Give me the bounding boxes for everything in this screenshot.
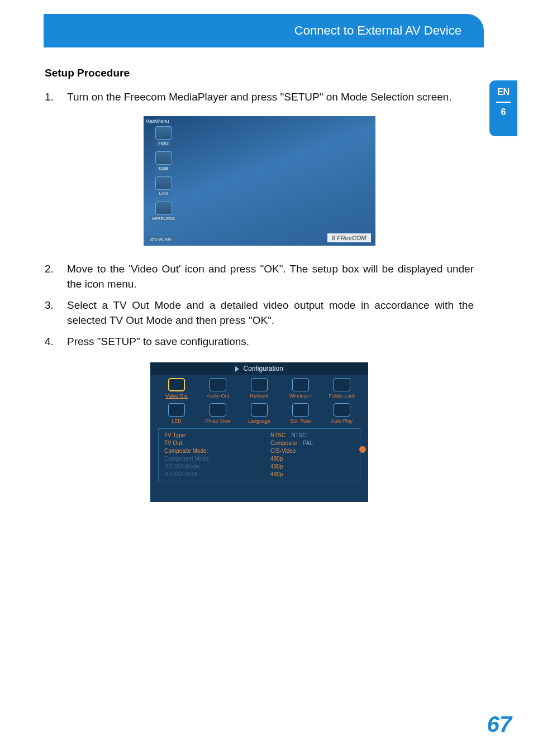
language-label: Language xyxy=(248,418,270,424)
led-icon xyxy=(168,403,185,417)
mainmenu-sidebar: HDD USB LAN WIRELESS xyxy=(147,126,180,227)
setting-composite-mode: Composite Mode: xyxy=(164,448,248,454)
header-title: Connect to External AV Device xyxy=(294,23,461,38)
screenshot-configuration: Configuration Video Out Audio Out Networ… xyxy=(150,362,368,502)
side-tab-chapter: 6 xyxy=(489,107,517,117)
config-cell-folder-lock: Folder Lock xyxy=(323,378,361,399)
video-out-label: Video Out xyxy=(165,393,188,399)
side-tab: EN 6 xyxy=(489,80,517,136)
side-tab-lang: EN xyxy=(489,87,517,97)
page-number: 67 xyxy=(487,712,512,737)
audio-out-label: Audio Out xyxy=(207,393,229,399)
config-cell-language: Language xyxy=(240,403,278,424)
language-icon xyxy=(251,403,268,417)
setting-hd-dvi-rgb: HD-DVI RGB: xyxy=(164,471,248,477)
scr-rate-icon xyxy=(292,403,309,417)
hdd-icon xyxy=(155,126,172,140)
config-cell-auto-play: Auto Play xyxy=(323,403,361,424)
folder-lock-icon xyxy=(334,378,350,391)
value-composite: C/S-Video xyxy=(270,448,354,454)
config-cell-led: LED xyxy=(158,403,196,424)
value-hd-dvi-mode: 480p xyxy=(270,463,354,470)
configuration-title-text: Configuration xyxy=(243,365,283,372)
auto-play-label: Auto Play xyxy=(331,418,353,424)
value-tv-out: CompositePAL xyxy=(270,440,354,446)
wireless-cfg-label: Wireless-I xyxy=(289,393,312,399)
wireless-label: WIRELESS xyxy=(150,216,177,221)
config-cell-photo-view: Photo View xyxy=(199,403,237,424)
screenshot-main-menu: MainMenu HDD USB LAN WIRELESS 350 WLAN I… xyxy=(144,116,375,246)
play-arrow-icon xyxy=(235,366,239,372)
step-4: Press "SETUP" to save configurations. xyxy=(45,334,474,350)
photo-view-icon xyxy=(210,403,226,417)
network-label: Network xyxy=(250,393,268,399)
config-cell-audio-out: Audio Out xyxy=(199,378,237,399)
setting-tv-out: TV Out: xyxy=(164,440,248,446)
config-cell-network: Network xyxy=(240,378,278,399)
lan-label: LAN xyxy=(157,191,170,196)
value-hd-dvi-rgb: 480p xyxy=(270,471,354,477)
configuration-title: Configuration xyxy=(150,362,368,375)
scroll-right-icon xyxy=(359,446,366,453)
audio-out-icon xyxy=(210,378,226,391)
mainmenu-title: MainMenu xyxy=(146,118,169,124)
mainmenu-item-lan: LAN xyxy=(147,176,180,196)
setting-tv-type: TV Type: xyxy=(164,432,248,438)
config-cell-wireless: Wireless-I xyxy=(282,378,320,399)
config-cell-scr-rate: Scr. Rate xyxy=(282,403,320,424)
wireless-icon xyxy=(155,202,172,215)
mainmenu-footer-right: II FReeCOM xyxy=(327,233,371,242)
auto-play-icon xyxy=(334,403,350,417)
usb-icon xyxy=(155,151,172,165)
setting-component-mode: Component Mode: xyxy=(164,456,248,462)
usb-label: USB xyxy=(156,166,170,171)
steps-list: Turn on the Freecom MediaPlayer and pres… xyxy=(45,89,474,105)
mainmenu-item-usb: USB xyxy=(147,151,180,171)
wireless-cfg-icon xyxy=(292,378,309,391)
mainmenu-item-hdd: HDD xyxy=(147,126,180,146)
step-3: Select a TV Out Mode and a detailed vide… xyxy=(45,298,474,328)
content-area: Setup Procedure Turn on the Freecom Medi… xyxy=(45,67,474,502)
photo-view-label: Photo View xyxy=(205,418,230,424)
config-row-1: Video Out Audio Out Network Wireless-I F… xyxy=(150,375,368,400)
header-bar: Connect to External AV Device xyxy=(44,14,484,47)
config-row-2: LED Photo View Language Scr. Rate Auto P… xyxy=(150,400,368,425)
video-out-icon xyxy=(168,378,185,391)
step-1: Turn on the Freecom MediaPlayer and pres… xyxy=(45,89,474,105)
mainmenu-item-wireless: WIRELESS xyxy=(147,202,180,221)
hdd-label: HDD xyxy=(156,141,170,146)
section-heading: Setup Procedure xyxy=(45,67,474,79)
value-tv-type: NTSCNTSC xyxy=(270,432,354,438)
network-icon xyxy=(251,378,268,391)
led-label: LED xyxy=(172,418,182,424)
folder-lock-label: Folder Lock xyxy=(329,393,355,399)
side-tab-divider xyxy=(496,102,511,103)
value-component: 480p xyxy=(270,456,354,462)
settings-left-col: TV Type: TV Out: Composite Mode: Compone… xyxy=(164,432,248,477)
scr-rate-label: Scr. Rate xyxy=(290,418,311,424)
lan-icon xyxy=(155,176,172,190)
config-cell-video-out: Video Out xyxy=(158,378,196,399)
setting-hd-dvi-mode: HD-DVI Mode: xyxy=(164,463,248,470)
settings-right-col: NTSCNTSC CompositePAL C/S-Video 480p 480… xyxy=(270,432,354,477)
steps-list-cont: Move to the 'Video Out' icon and press "… xyxy=(45,261,474,350)
mainmenu-footer-left: 350 WLAN xyxy=(147,236,174,242)
settings-panel: TV Type: TV Out: Composite Mode: Compone… xyxy=(158,428,360,481)
step-2: Move to the 'Video Out' icon and press "… xyxy=(45,261,474,292)
